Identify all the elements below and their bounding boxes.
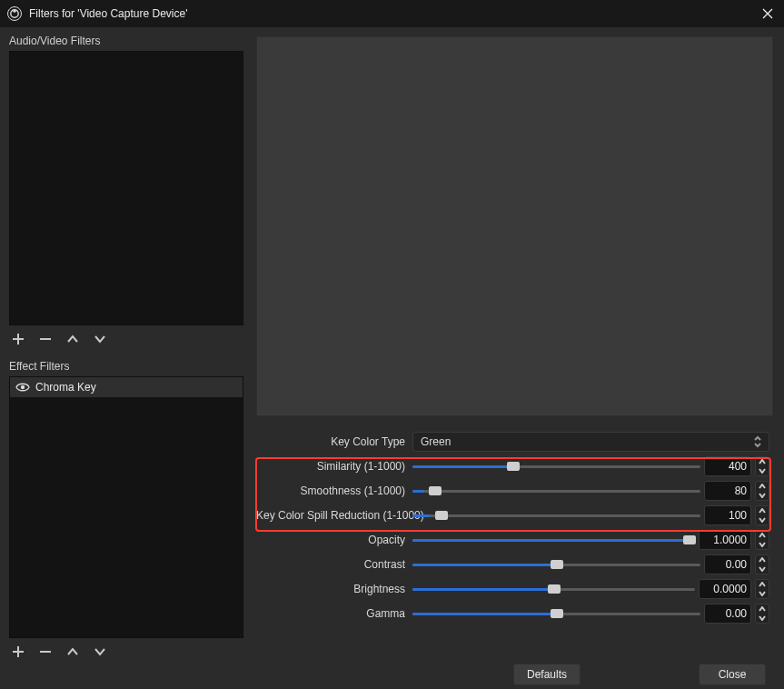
contrast-value[interactable]: 0.00 (704, 554, 751, 574)
gamma-label: Gamma (256, 607, 412, 620)
audio-video-filters-label: Audio/Video Filters (4, 31, 249, 49)
audio-video-filters-toolbar (4, 325, 249, 351)
spill-reduction-value[interactable]: 100 (704, 505, 751, 525)
gamma-stepper[interactable] (755, 604, 769, 624)
contrast-label: Contrast (256, 558, 412, 571)
key-color-type-row: Key Color Type Green (256, 429, 769, 454)
contrast-slider[interactable] (412, 557, 700, 572)
brightness-label: Brightness (256, 583, 412, 595)
add-effect-filter-button[interactable] (11, 644, 25, 659)
similarity-row: Similarity (1-1000) 400 (256, 454, 769, 478)
brightness-value[interactable]: 0.0000 (699, 579, 751, 599)
brightness-stepper[interactable] (755, 579, 769, 599)
move-filter-down-button[interactable] (93, 332, 107, 346)
spill-reduction-slider[interactable] (412, 508, 700, 523)
gamma-slider[interactable] (412, 606, 700, 621)
effect-filter-name: Chroma Key (35, 381, 96, 394)
move-effect-filter-up-button[interactable] (65, 644, 80, 659)
remove-filter-button[interactable] (38, 332, 53, 346)
defaults-button[interactable]: Defaults (513, 664, 581, 685)
smoothness-label: Smoothness (1-1000) (256, 484, 412, 497)
svg-point-3 (21, 385, 25, 389)
gamma-row: Gamma 0.00 (256, 601, 769, 625)
select-spinner-icon (753, 434, 766, 449)
effect-filters-label: Effect Filters (4, 356, 249, 374)
contrast-stepper[interactable] (755, 554, 769, 574)
effect-filter-item[interactable]: Chroma Key (10, 377, 243, 397)
effect-filters-list[interactable]: Chroma Key (9, 376, 243, 638)
obs-app-icon (7, 6, 22, 21)
window-title: Filters for 'Video Capture Device' (29, 7, 751, 20)
similarity-stepper[interactable] (755, 456, 769, 476)
filter-properties: Key Color Type Green Similarity (1-1000) (253, 416, 779, 625)
opacity-label: Opacity (256, 534, 412, 546)
svg-point-2 (13, 10, 15, 13)
spill-reduction-label: Key Color Spill Reduction (1-1000) (256, 509, 412, 522)
gamma-value[interactable]: 0.00 (704, 604, 751, 624)
filter-preview (256, 36, 773, 416)
opacity-stepper[interactable] (755, 530, 769, 550)
smoothness-row: Smoothness (1-1000) 80 (256, 478, 769, 503)
add-filter-button[interactable] (11, 332, 25, 346)
titlebar: Filters for 'Video Capture Device' (0, 0, 784, 27)
smoothness-slider[interactable] (412, 484, 700, 498)
move-effect-filter-down-button[interactable] (93, 644, 107, 659)
svg-point-0 (8, 7, 22, 21)
smoothness-stepper[interactable] (755, 481, 769, 501)
similarity-value[interactable]: 400 (704, 456, 751, 476)
smoothness-value[interactable]: 80 (704, 481, 751, 501)
window-close-button[interactable] (751, 0, 784, 27)
opacity-slider[interactable] (412, 533, 695, 547)
opacity-row: Opacity 1.0000 (256, 527, 769, 552)
spill-reduction-row: Key Color Spill Reduction (1-1000) 100 (256, 503, 769, 527)
effect-filters-toolbar (4, 638, 249, 664)
move-filter-up-button[interactable] (65, 332, 80, 346)
key-color-type-select[interactable]: Green (412, 432, 769, 452)
brightness-row: Brightness 0.0000 (256, 576, 769, 601)
remove-effect-filter-button[interactable] (38, 644, 53, 659)
spill-reduction-stepper[interactable] (755, 505, 769, 525)
close-button[interactable]: Close (699, 664, 766, 685)
similarity-slider[interactable] (412, 459, 700, 474)
key-color-type-value: Green (421, 435, 451, 448)
visibility-eye-icon[interactable] (15, 382, 30, 393)
similarity-label: Similarity (1-1000) (256, 460, 412, 473)
audio-video-filters-list[interactable] (9, 51, 243, 325)
key-color-type-label: Key Color Type (256, 435, 412, 448)
brightness-slider[interactable] (412, 582, 695, 596)
opacity-value[interactable]: 1.0000 (699, 530, 751, 550)
contrast-row: Contrast 0.00 (256, 552, 769, 576)
